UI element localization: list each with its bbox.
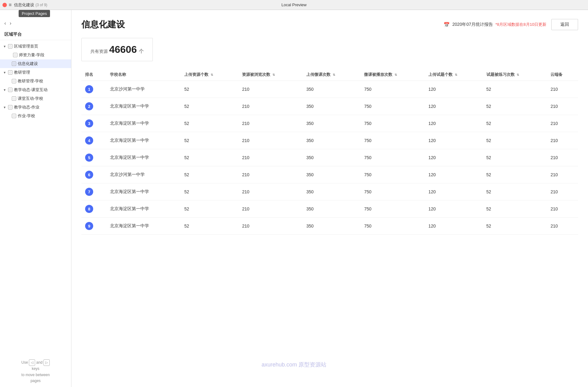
sidebar-item-teaching-mgmt[interactable]: ▼ □ 教研管理 <box>0 68 71 77</box>
sidebar-item-classroom-interact-school[interactable]: □ 课堂互动-学校 <box>0 94 71 103</box>
sidebar-item-homework-school[interactable]: □ 作业-学校 <box>0 112 71 120</box>
sort-icon-resource-views: ⇅ <box>272 73 275 76</box>
sidebar-label-classroom-interact-school: 课堂互动-学校 <box>18 96 43 101</box>
page-icon-6: □ <box>8 88 12 92</box>
menu-icon: ≡ <box>9 2 11 8</box>
calendar-icon: 📅 <box>444 22 450 28</box>
cell-upload-micro-0: 350 <box>303 81 360 98</box>
page-icon-3: □ <box>12 62 16 66</box>
cell-question-practices-3: 52 <box>483 132 547 149</box>
col-micro-plays[interactable]: 微课被播放次数 ⇅ <box>360 69 425 81</box>
cell-cloud-0: 210 <box>547 81 578 98</box>
main-layout: ‹ › 区域平台 ▼ □ 区域管理首页 □ 师资力量-学段 □ 信息化建设 <box>0 10 588 387</box>
cell-upload-questions-0: 120 <box>425 81 482 98</box>
page-icon: □ <box>8 44 12 48</box>
cell-school-2: 北京海淀区第一中学 <box>106 115 180 132</box>
sort-icon-upload-micro: ⇅ <box>333 73 335 76</box>
sidebar-header: 区域平台 <box>0 28 71 40</box>
page-icon-9: □ <box>12 114 16 118</box>
rank-badge-8: 9 <box>85 222 93 230</box>
cell-rank-8: 9 <box>81 218 106 235</box>
cell-question-practices-1: 52 <box>483 98 547 115</box>
col-question-practices[interactable]: 试题被练习次数 ⇅ <box>483 69 547 81</box>
rank-badge-6: 7 <box>85 188 93 196</box>
cell-rank-7: 8 <box>81 200 106 218</box>
cell-rank-2: 3 <box>81 115 106 132</box>
sidebar-label-teaching-mgmt-school: 教研管理-学校 <box>18 78 43 84</box>
cell-rank-1: 2 <box>81 98 106 115</box>
cell-school-1: 北京海淀区第一中学 <box>106 98 180 115</box>
cell-upload-micro-2: 350 <box>303 115 360 132</box>
sidebar-item-area-home[interactable]: ▼ □ 区域管理首页 <box>0 42 71 51</box>
cell-micro-plays-5: 750 <box>360 166 425 183</box>
cell-question-practices-2: 52 <box>483 115 547 132</box>
cell-upload-micro-4: 350 <box>303 149 360 166</box>
sidebar-bottom-hint: Use ◁ and ▷ keys to move between pages <box>0 354 71 387</box>
col-upload-micro[interactable]: 上传微课次数 ⇅ <box>303 69 360 81</box>
cell-micro-plays-4: 750 <box>360 149 425 166</box>
sidebar-item-classroom-interact[interactable]: ▼ □ 教学动态-课堂互动 <box>0 85 71 94</box>
cell-micro-plays-8: 750 <box>360 218 425 235</box>
sidebar-item-teaching-homework[interactable]: ▼ □ 教学动态-作业 <box>0 103 71 112</box>
close-button[interactable] <box>2 3 7 7</box>
cell-school-6: 北京海淀区第一中学 <box>106 183 180 200</box>
page-icon-2: □ <box>13 53 17 57</box>
nav-next-button[interactable]: › <box>8 20 13 27</box>
cell-resource-views-8: 210 <box>238 218 303 235</box>
sidebar-label-teaching-homework: 教学动态-作业 <box>14 104 39 110</box>
cell-upload-micro-7: 350 <box>303 200 360 218</box>
table-row: 2 北京海淀区第一中学 52 210 350 750 120 52 210 <box>81 98 578 115</box>
col-cloud: 云端备 <box>547 69 578 81</box>
key-next: ▷ <box>43 359 50 366</box>
sidebar-item-teaching-mgmt-school[interactable]: □ 教研管理-学校 <box>0 77 71 85</box>
cell-upload-micro-8: 350 <box>303 218 360 235</box>
col-upload-questions[interactable]: 上传试题个数 ⇅ <box>425 69 482 81</box>
cell-question-practices-4: 52 <box>483 149 547 166</box>
cell-resource-views-6: 210 <box>238 183 303 200</box>
stats-number: 46606 <box>109 44 137 55</box>
col-upload-resources[interactable]: 上传资源个数 ⇅ <box>180 69 238 81</box>
col-resource-views[interactable]: 资源被浏览次数 ⇅ <box>238 69 303 81</box>
cell-upload-questions-5: 120 <box>425 166 482 183</box>
expand-icon-3: ▼ <box>3 71 7 74</box>
page-count: (3 of 9) <box>35 3 47 7</box>
cell-school-8: 北京海淀区第一中学 <box>106 218 180 235</box>
local-preview-label: Local Preview <box>281 2 307 7</box>
sidebar-item-info-build[interactable]: □ 信息化建设 <box>0 59 71 68</box>
cell-cloud-5: 210 <box>547 166 578 183</box>
hint-pages: pages <box>30 379 41 383</box>
cell-upload-resources-5: 52 <box>180 166 238 183</box>
sidebar-label-area-home: 区域管理首页 <box>14 44 38 49</box>
cell-micro-plays-2: 750 <box>360 115 425 132</box>
cell-upload-micro-6: 350 <box>303 183 360 200</box>
rank-badge-2: 3 <box>85 119 93 127</box>
cell-rank-5: 6 <box>81 166 106 183</box>
table-row: 1 北京沙河第一中学 52 210 350 750 120 52 210 <box>81 81 578 98</box>
cell-cloud-6: 210 <box>547 183 578 200</box>
rank-badge-1: 2 <box>85 102 93 110</box>
cell-upload-resources-2: 52 <box>180 115 238 132</box>
cell-resource-views-4: 210 <box>238 149 303 166</box>
rank-badge-0: 1 <box>85 85 93 93</box>
nav-prev-button[interactable]: ‹ <box>2 20 8 27</box>
cell-question-practices-8: 52 <box>483 218 547 235</box>
cell-resource-views-7: 210 <box>238 200 303 218</box>
cell-school-0: 北京沙河第一中学 <box>106 81 180 98</box>
back-button[interactable]: 返回 <box>551 19 578 30</box>
cell-question-practices-0: 52 <box>483 81 547 98</box>
cell-resource-views-5: 210 <box>238 166 303 183</box>
cell-upload-resources-0: 52 <box>180 81 238 98</box>
table-header: 排名 学校名称 上传资源个数 ⇅ 资源被浏览次数 ⇅ 上传微课次数 ⇅ <box>81 69 578 81</box>
cell-upload-resources-8: 52 <box>180 218 238 235</box>
page-icon-7: □ <box>12 96 16 101</box>
cell-upload-questions-8: 120 <box>425 218 482 235</box>
cell-upload-questions-3: 120 <box>425 132 482 149</box>
rank-badge-4: 5 <box>85 154 93 162</box>
sidebar-item-teacher-stage[interactable]: □ 师资力量-学段 <box>0 51 71 59</box>
stats-unit: 个 <box>139 48 144 54</box>
hint-to-move: to move between <box>21 373 50 377</box>
page-header: 信息化建设 📅 2020年07月统计报告 *8月区域数据在8月10日更新 返回 <box>81 19 578 30</box>
cell-cloud-4: 210 <box>547 149 578 166</box>
header-right: 📅 2020年07月统计报告 *8月区域数据在8月10日更新 返回 <box>444 19 578 30</box>
stats-label: 共有资源 <box>90 49 108 54</box>
